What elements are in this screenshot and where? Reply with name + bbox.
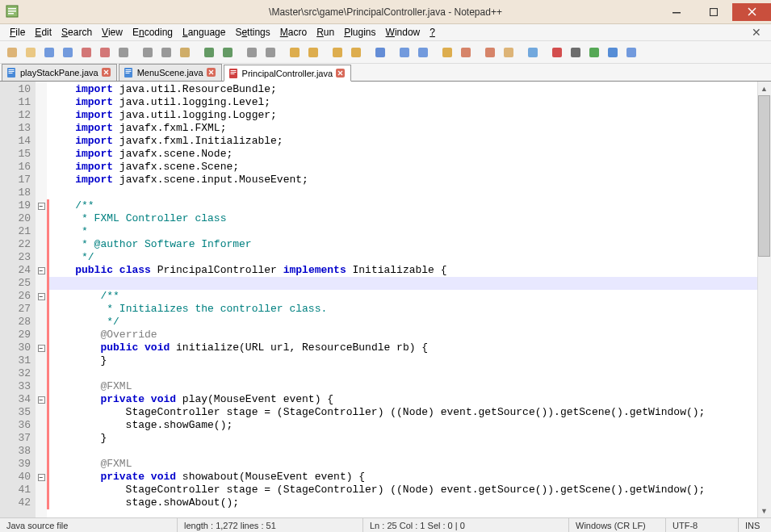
- paste-button[interactable]: [176, 44, 194, 61]
- svg-rect-37: [608, 48, 618, 57]
- file-icon: [123, 67, 134, 78]
- maximize-button[interactable]: [695, 3, 732, 21]
- document-close-button[interactable]: ✕: [747, 26, 766, 39]
- menu-settings[interactable]: Settings: [230, 25, 274, 40]
- record-button[interactable]: [548, 44, 566, 61]
- open-button[interactable]: [22, 44, 40, 61]
- menu-search[interactable]: Search: [57, 25, 97, 40]
- menu-macro[interactable]: Macro: [275, 25, 312, 40]
- all-chars-button[interactable]: [396, 44, 413, 61]
- svg-rect-1: [8, 8, 16, 10]
- tab-playstackpane-java[interactable]: playStackPane.java: [2, 64, 117, 81]
- menu-view[interactable]: View: [97, 25, 128, 40]
- svg-rect-33: [528, 48, 538, 57]
- close-button[interactable]: [78, 44, 95, 61]
- save-all-button[interactable]: [59, 44, 77, 61]
- tab-principalcontroller-java[interactable]: PrincipalController.java: [224, 65, 352, 82]
- menu-language[interactable]: Language: [178, 25, 230, 40]
- find-button[interactable]: [243, 44, 261, 61]
- tab-close-icon[interactable]: [207, 68, 216, 77]
- svg-rect-55: [230, 72, 236, 73]
- svg-rect-5: [710, 8, 718, 15]
- zoom-out-button[interactable]: [304, 44, 322, 61]
- svg-rect-18: [204, 48, 214, 57]
- toolbar: [0, 41, 771, 64]
- eye-button[interactable]: [524, 44, 542, 61]
- svg-rect-40: [9, 69, 15, 70]
- svg-rect-29: [442, 48, 452, 57]
- tab-close-icon[interactable]: [336, 69, 346, 78]
- redo-button[interactable]: [219, 44, 237, 61]
- fold-toggle[interactable]: −: [38, 345, 45, 352]
- folder-button[interactable]: [500, 44, 517, 61]
- menu-edit[interactable]: Edit: [30, 25, 57, 40]
- sync-v-button[interactable]: [329, 44, 346, 61]
- close-all-button[interactable]: [96, 44, 114, 61]
- sync-h-button[interactable]: [347, 44, 365, 61]
- svg-rect-36: [589, 48, 599, 57]
- status-length: length : 1,272 lines : 51: [178, 518, 363, 532]
- vertical-scrollbar[interactable]: ▲ ▼: [757, 82, 771, 517]
- menu-encoding[interactable]: Encoding: [128, 25, 178, 40]
- fold-toggle[interactable]: −: [38, 203, 45, 210]
- close-button[interactable]: [732, 3, 771, 21]
- fold-toggle[interactable]: −: [38, 474, 45, 481]
- svg-rect-23: [308, 48, 318, 57]
- undo-button[interactable]: [200, 44, 218, 61]
- svg-rect-19: [223, 48, 233, 57]
- fold-margin[interactable]: − − − − − −: [36, 82, 47, 517]
- line-number-gutter[interactable]: 1011121314151617181920212223242526272829…: [0, 82, 36, 517]
- svg-rect-48: [125, 71, 131, 72]
- svg-rect-16: [161, 48, 171, 57]
- scroll-down-arrow[interactable]: ▼: [758, 504, 770, 517]
- zoom-in-button[interactable]: [286, 44, 304, 61]
- fold-toggle[interactable]: −: [38, 396, 45, 404]
- editor: 1011121314151617181920212223242526272829…: [0, 82, 771, 517]
- save-macro-button[interactable]: [622, 44, 640, 61]
- scroll-thumb[interactable]: [758, 95, 770, 257]
- menu-file[interactable]: File: [5, 25, 30, 40]
- minimize-button[interactable]: [658, 3, 695, 21]
- svg-rect-26: [375, 48, 385, 57]
- svg-rect-13: [100, 48, 110, 57]
- save-button[interactable]: [40, 44, 58, 61]
- tab-bar: playStackPane.javaMenuScene.javaPrincipa…: [0, 64, 771, 82]
- scroll-up-arrow[interactable]: ▲: [758, 82, 770, 95]
- svg-rect-35: [571, 48, 580, 57]
- svg-rect-8: [7, 48, 17, 57]
- svg-rect-10: [44, 48, 54, 57]
- fold-toggle[interactable]: −: [38, 293, 45, 300]
- svg-rect-56: [230, 73, 234, 74]
- indent-guide-button[interactable]: [414, 44, 432, 61]
- svg-rect-28: [418, 48, 428, 57]
- menu-help[interactable]: ?: [425, 25, 440, 40]
- copy-button[interactable]: [157, 44, 175, 61]
- fold-toggle[interactable]: −: [38, 267, 45, 274]
- new-button[interactable]: [3, 44, 21, 61]
- play-button[interactable]: [585, 44, 603, 61]
- cut-button[interactable]: [139, 44, 157, 61]
- func-list-button[interactable]: [481, 44, 499, 61]
- svg-rect-3: [8, 13, 14, 15]
- code-area[interactable]: import java.util.ResourceBundle; import …: [47, 82, 757, 517]
- svg-rect-31: [485, 48, 495, 57]
- replace-button[interactable]: [262, 44, 279, 61]
- svg-rect-42: [9, 73, 13, 73]
- tab-close-icon[interactable]: [102, 68, 111, 77]
- play-multi-button[interactable]: [604, 44, 622, 61]
- stop-button[interactable]: [567, 44, 585, 61]
- tab-menuscene-java[interactable]: MenuScene.java: [119, 64, 222, 81]
- menu-window[interactable]: Window: [381, 25, 425, 40]
- print-button[interactable]: [115, 44, 132, 61]
- doc-map-button[interactable]: [457, 44, 475, 61]
- svg-rect-14: [119, 48, 128, 57]
- menu-run[interactable]: Run: [312, 25, 339, 40]
- svg-rect-38: [626, 48, 636, 57]
- wrap-button[interactable]: [371, 44, 389, 61]
- svg-rect-17: [180, 48, 190, 57]
- svg-rect-54: [230, 70, 236, 71]
- menu-plugins[interactable]: Plugins: [339, 25, 380, 40]
- svg-rect-9: [26, 48, 36, 57]
- lang-button[interactable]: [438, 44, 456, 61]
- app-icon: [5, 4, 21, 20]
